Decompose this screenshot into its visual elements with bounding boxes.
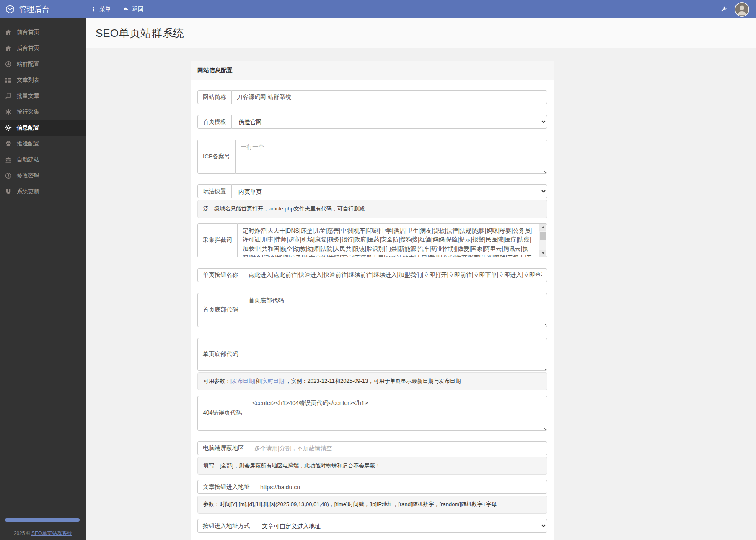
sidebar-item-label: 前台首页: [17, 29, 39, 36]
form-group-article-btn-url: 文章按钮进入地址 参数：时间[Y],[m],[d],[H],[i],[s](20…: [197, 480, 547, 514]
sidebar-item-article-list[interactable]: 文章列表: [0, 72, 86, 88]
top-bar: 管理后台 菜单 返回: [0, 0, 756, 18]
gear-icon: [5, 125, 12, 131]
user-circle-icon: [5, 172, 12, 179]
page-title: SEO单页站群系统: [96, 26, 184, 41]
form-group-icp: ICP备案号: [197, 140, 547, 174]
textarea-scrollbar[interactable]: [539, 224, 546, 257]
article-btn-url-label: 文章按钮进入地址: [197, 480, 255, 494]
home-icon: [5, 45, 12, 52]
copyright-year: 2025 ©: [14, 530, 30, 536]
sidebar-footer: 2025 © SEO单页站群系统: [0, 530, 86, 537]
sidebar-item-sites-config[interactable]: 站群配置: [0, 56, 86, 72]
sidebar-item-label: 推送配置: [17, 140, 39, 148]
scrollbar-thumb[interactable]: [540, 232, 546, 240]
scroll-up-icon[interactable]: [539, 224, 546, 231]
block-words-textarea[interactable]: 定时炸弹|天天干|DNS|床垫|儿童|慈善|中职|机车|印刷|中学|酒店|卫生|…: [237, 223, 547, 257]
panel-title: 网站信息配置: [191, 61, 554, 80]
content: 网站信息配置 网站简称 首页模板 伪造官网: [86, 61, 756, 540]
publish-date-param: [发布日期]: [230, 378, 255, 384]
home-footer-code-label: 首页底部代码: [197, 293, 243, 327]
sidebar-item-label: 自动建站: [17, 156, 39, 164]
sidebar-item-batch-articles[interactable]: 批量文章: [0, 88, 86, 104]
article-btn-url-input[interactable]: [255, 480, 547, 494]
block-words-label: 采集拦截词: [197, 223, 237, 257]
home-icon: [5, 29, 12, 36]
pc-block-label: 电脑端屏蔽地区: [197, 441, 249, 455]
bank-icon: [5, 156, 12, 163]
realtime-date-param: [实时日期]: [261, 378, 285, 384]
button-names-label: 单页按钮名称: [197, 268, 243, 282]
wrench-icon[interactable]: [721, 6, 727, 13]
page-footer-code-label: 单页底部代码: [197, 338, 243, 371]
top-right: [721, 2, 756, 17]
sidebar-item-admin-home[interactable]: 后台首页: [0, 40, 86, 56]
sidebar-item-label: 后台首页: [17, 44, 39, 52]
magnet-icon: [5, 188, 12, 195]
sidebar-item-label: 文章列表: [17, 76, 39, 84]
form-group-play-mode: 玩法设置 内页单页 泛二级域名只能首页打开，article.php文件夹里有代码…: [197, 184, 547, 218]
sidebar-item-push-config[interactable]: 推送配置: [0, 136, 86, 152]
site-name-label: 网站简称: [197, 90, 231, 104]
btn-url-mode-label: 按钮进入地址方式: [197, 519, 255, 533]
icp-textarea[interactable]: [235, 140, 547, 174]
sidebar-item-label: 批量文章: [17, 92, 39, 100]
home-template-label: 首页模板: [197, 115, 231, 129]
sidebar-item-label: 站群配置: [17, 60, 39, 68]
form-group-pc-block: 电脑端屏蔽地区 填写：[全部]，则会屏蔽所有地区电脑端，此功能对蜘蛛和后台不会屏…: [197, 441, 547, 475]
sidebar-item-label: 按行采集: [17, 108, 39, 116]
play-mode-hint: 泛二级域名只能首页打开，article.php文件夹里有代码，可自行删减: [197, 200, 547, 218]
panel-body: 网站简称 首页模板 伪造官网 ICP备案号: [191, 80, 554, 540]
menu-icon: [91, 6, 96, 12]
menu-toggle[interactable]: 菜单: [91, 5, 111, 13]
404-code-label: 404错误页代码: [197, 396, 247, 431]
scroll-down-icon[interactable]: [539, 250, 546, 257]
form-group-404-code: 404错误页代码 <center><h1>404错误页代码</center></…: [197, 396, 547, 431]
sidebar-item-label: 修改密码: [17, 172, 39, 179]
form-group-home-template: 首页模板 伪造官网: [197, 115, 547, 129]
asterisk-icon: [5, 109, 12, 115]
sidebar-item-label: 系统更新: [17, 188, 39, 195]
sidebar: 前台首页 后台首页 站群配置 文章列表 批量文章 按行采集 信息配置 推送配置: [0, 18, 86, 540]
form-group-home-footer-code: 首页底部代码 首页底部代码: [197, 293, 547, 327]
brand-title: 管理后台: [19, 4, 49, 14]
home-template-select[interactable]: 伪造官网: [231, 115, 547, 129]
form-group-button-names: 单页按钮名称: [197, 268, 547, 282]
pc-block-hint: 填写：[全部]，则会屏蔽所有地区电脑端，此功能对蜘蛛和后台不会屏蔽！: [197, 457, 547, 475]
btn-url-mode-select[interactable]: 文章可自定义进入地址: [255, 519, 547, 533]
sidebar-nav: 前台首页 后台首页 站群配置 文章列表 批量文章 按行采集 信息配置 推送配置: [0, 18, 86, 200]
site-name-input[interactable]: [231, 90, 547, 104]
form-group-block-words: 采集拦截词 定时炸弹|天天干|DNS|床垫|儿童|慈善|中职|机车|印刷|中学|…: [197, 223, 547, 257]
sidebar-item-front-home[interactable]: 前台首页: [0, 24, 86, 40]
sidebar-item-auto-build[interactable]: 自动建站: [0, 152, 86, 168]
user-avatar[interactable]: [735, 2, 749, 17]
sidebar-scrollbar[interactable]: [5, 518, 80, 522]
home-footer-code-textarea[interactable]: 首页底部代码: [243, 293, 547, 327]
cube-icon: [5, 5, 15, 14]
date-params-hint: 可用参数：[发布日期]和[实时日期]，实例：2023-12-11和2025-09…: [197, 372, 547, 390]
form-group-site-name: 网站简称: [197, 90, 547, 104]
sidebar-item-change-password[interactable]: 修改密码: [0, 168, 86, 184]
top-links: 菜单 返回: [91, 5, 144, 13]
website-info-panel: 网站信息配置 网站简称 首页模板 伪造官网: [191, 61, 554, 540]
paw-icon: [5, 140, 12, 147]
sidebar-item-label: 信息配置: [17, 124, 39, 132]
sidebar-item-line-collect[interactable]: 按行采集: [0, 104, 86, 120]
form-group-btn-url-mode: 按钮进入地址方式 文章可自定义进入地址: [197, 519, 547, 533]
pc-block-input[interactable]: [249, 441, 547, 455]
system-link[interactable]: SEO单页站群系统: [31, 530, 72, 536]
404-code-textarea[interactable]: <center><h1>404错误页代码</center></h1>: [247, 396, 547, 431]
book-icon: [5, 93, 12, 99]
main-area: SEO单页站群系统 网站信息配置 网站简称 首页模板 伪造官网: [86, 0, 756, 540]
sidebar-item-info-config[interactable]: 信息配置: [0, 120, 86, 136]
icp-label: ICP备案号: [197, 140, 235, 174]
back-button[interactable]: 返回: [123, 5, 144, 13]
page-header: SEO单页站群系统: [86, 18, 756, 48]
play-mode-select[interactable]: 内页单页: [231, 184, 547, 198]
brand[interactable]: 管理后台: [0, 4, 86, 14]
globe-icon: [5, 61, 12, 68]
sidebar-item-system-update[interactable]: 系统更新: [0, 184, 86, 200]
list-icon: [5, 77, 12, 83]
page-footer-code-textarea[interactable]: [243, 338, 547, 371]
button-names-input[interactable]: [243, 268, 547, 282]
